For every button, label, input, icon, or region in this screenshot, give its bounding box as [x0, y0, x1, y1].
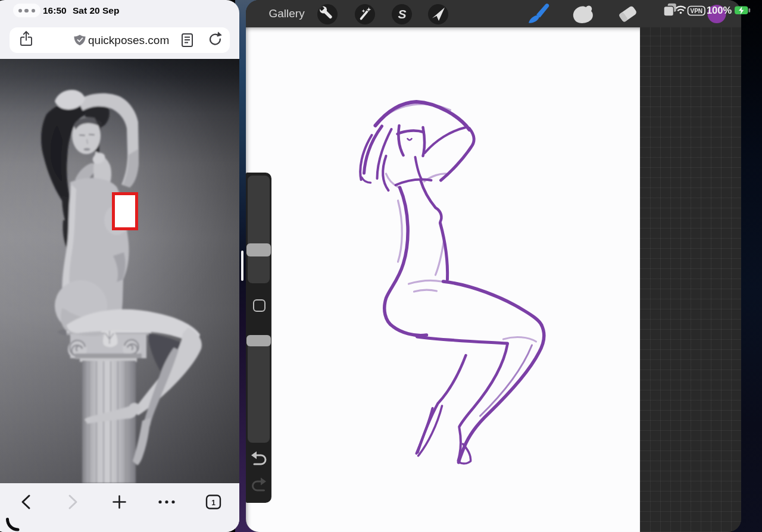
svg-text:VPN: VPN [691, 8, 703, 14]
svg-text:1: 1 [211, 499, 216, 507]
svg-text:100%: 100% [707, 5, 732, 15]
svg-text:S: S [398, 7, 406, 21]
